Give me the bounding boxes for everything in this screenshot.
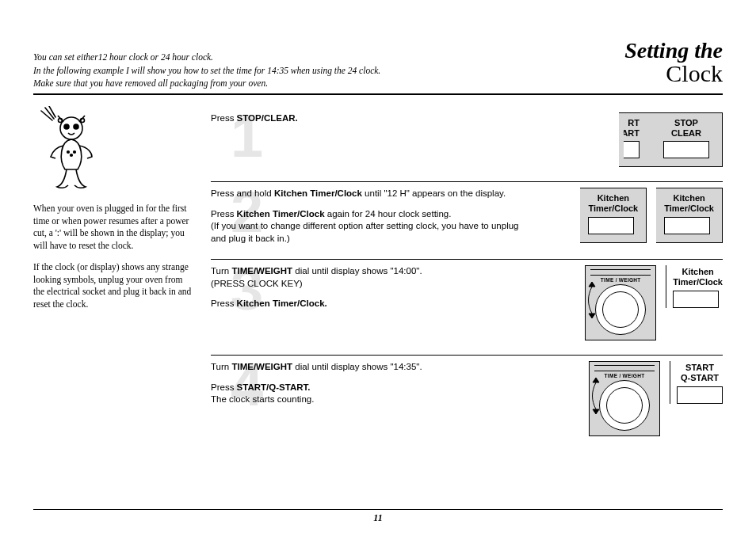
sidebar-p2: If the clock (or display) shows any stra… (33, 261, 193, 310)
s2-t1a: Press and hold (211, 188, 274, 198)
dial-label-3: TIME / WEIGHT (590, 277, 651, 283)
s3-t2: (PRESS CLOCK KEY) (211, 278, 528, 291)
stop-label: STOP (671, 118, 701, 128)
title-line-2: Clock (624, 62, 723, 86)
s4-t2b: START/Q-START. (237, 382, 311, 392)
page-title: Setting the Clock (624, 40, 723, 86)
svg-point-1 (64, 124, 69, 129)
s2-t2a: Press (211, 209, 237, 219)
s2-t2b: Kitchen Timer/Clock (237, 209, 325, 219)
svg-point-8 (74, 151, 76, 154)
s4-t2a: Press (211, 382, 237, 392)
s3-t3b: Kitchen Timer/Clock. (237, 299, 327, 308)
start-side-panel-4: START Q-START (670, 361, 723, 403)
s3-t3a: Press (211, 299, 237, 308)
sidebar: When your oven is plugged in for the fir… (33, 106, 193, 451)
s4-t1b: TIME/WEIGHT (231, 362, 292, 371)
dial-3 (595, 284, 646, 335)
time-weight-dial-panel-4: TIME / WEIGHT (589, 361, 660, 436)
ktc-button-1 (588, 217, 634, 234)
step1-text-a: Press (211, 113, 237, 123)
s2-t2c: again for 24 hour clock setting. (325, 209, 452, 219)
s4-t1c: dial until display shows "14:35". (292, 362, 422, 371)
clear-label: CLEAR (671, 128, 701, 139)
s2-t1b: Kitchen Timer/Clock (274, 188, 362, 198)
intro-line-3: Make sure that you have removed all pack… (33, 77, 624, 90)
s3-t1c: dial until display shows "14:00". (292, 266, 422, 276)
step-3: 3 Turn TIME/WEIGHT dial until display sh… (211, 259, 723, 355)
left-cut-button (624, 141, 640, 158)
mascot-icon (33, 106, 105, 193)
sidebar-p1: When your oven is plugged in for the fir… (33, 203, 193, 252)
ktc-label-2: Kitchen Timer/Clock (664, 193, 714, 213)
svg-point-2 (74, 124, 78, 129)
step-4: 4 Turn TIME/WEIGHT dial until display sh… (211, 355, 723, 451)
panel-rt: RT (624, 118, 640, 128)
ktc-label-1: Kitchen Timer/Clock (588, 193, 638, 213)
kitchen-timer-panel-1: Kitchen Timer/Clock (580, 188, 647, 242)
dial-4 (599, 380, 650, 431)
s2-t3: (If you want to change different option … (211, 220, 528, 245)
page-number: 11 (0, 512, 756, 524)
footer-divider (33, 509, 723, 510)
step1-text-b: STOP/CLEAR. (237, 113, 298, 123)
intro-line-2: In the following example I will show you… (33, 64, 624, 78)
s2-t1c: until "12 H" appears on the display. (362, 188, 506, 198)
divider-top (33, 93, 723, 95)
svg-point-0 (60, 117, 82, 139)
title-line-1: Setting the (624, 40, 723, 62)
time-weight-dial-panel: TIME / WEIGHT (585, 265, 656, 340)
panel-art: ART (624, 128, 640, 139)
step-1: 1 Press STOP/CLEAR. RT ART (211, 106, 723, 181)
dial-arrows-icon (587, 280, 597, 323)
start-side-label-4: START Q-START (677, 363, 723, 382)
s4-t1a: Turn (211, 362, 231, 371)
stop-clear-panel: RT ART STOP CLEAR (619, 112, 723, 167)
dial-label-4: TIME / WEIGHT (594, 373, 655, 378)
kitchen-timer-panel-2: Kitchen Timer/Clock (656, 188, 723, 242)
dial-arrows-icon-4 (591, 376, 601, 419)
ktc-button-2 (664, 217, 710, 234)
ktc-side-label-3: Kitchen Timer/Clock (673, 267, 723, 287)
steps: 1 Press STOP/CLEAR. RT ART (211, 106, 723, 451)
s3-t1b: TIME/WEIGHT (231, 266, 292, 276)
stop-clear-button (663, 141, 709, 158)
s4-t3: The clock starts counting. (211, 394, 528, 406)
step-2: 2 Press and hold Kitchen Timer/Clock unt… (211, 181, 723, 259)
s3-t1a: Turn (211, 266, 231, 276)
intro-line-1: You can set either12 hour clock or 24 ho… (33, 51, 624, 64)
svg-point-7 (67, 151, 70, 154)
intro-text: You can set either12 hour clock or 24 ho… (33, 44, 624, 90)
ktc-side-panel-3: Kitchen Timer/Clock (666, 265, 723, 307)
svg-point-9 (71, 154, 73, 157)
start-side-button-4 (677, 386, 723, 404)
ktc-side-button-3 (673, 291, 719, 308)
